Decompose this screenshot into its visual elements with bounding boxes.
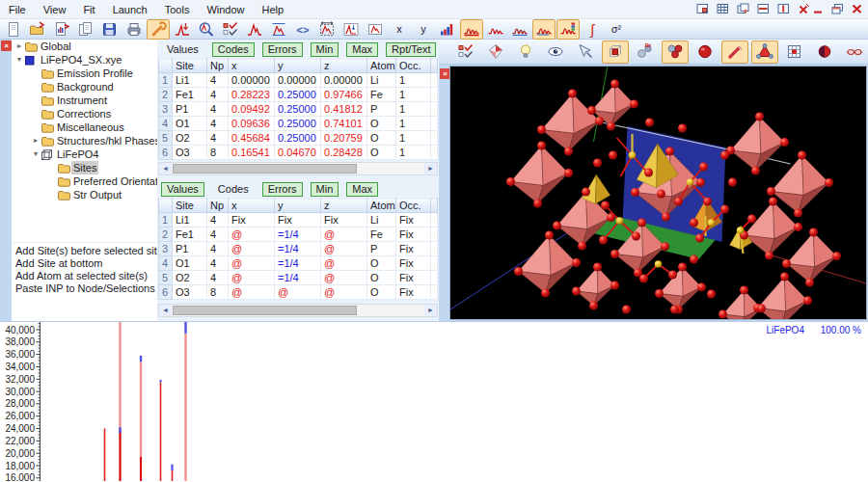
import-data-button[interactable] (50, 19, 73, 40)
cell-np[interactable]: 4 (207, 102, 229, 117)
cell-site[interactable]: O3 (173, 146, 207, 160)
cell-occ[interactable]: 1 (396, 88, 431, 102)
scroll-right-arrow[interactable]: ► (424, 163, 437, 174)
atom-spheres-button[interactable] (662, 40, 689, 64)
x-axis-mode-button[interactable]: x (388, 19, 411, 40)
cell-z[interactable]: @ (321, 285, 367, 300)
menu-window[interactable]: Window (198, 2, 253, 17)
cell-np[interactable]: 8 (207, 285, 229, 300)
cell-site[interactable]: O2 (173, 271, 207, 285)
close-all-windows-button[interactable] (797, 2, 810, 14)
cell-x[interactable]: @ (229, 228, 275, 242)
cell-occ[interactable]: Fix (396, 242, 431, 256)
cell-np[interactable]: 4 (207, 228, 229, 242)
run-fit-button[interactable] (171, 19, 194, 40)
cell-site[interactable]: Li1 (173, 213, 207, 228)
tree-item-background[interactable]: Background (12, 80, 157, 94)
cell-z[interactable]: @ (321, 228, 367, 242)
cell-site[interactable]: O1 (173, 117, 207, 131)
scroll-thumb[interactable] (173, 306, 357, 315)
codes-tab-max[interactable]: Max (346, 182, 378, 197)
sphere-size-button[interactable] (692, 40, 719, 64)
tree-item-lifepo4[interactable]: ▾LiFePO4 (12, 147, 157, 161)
values-tab-codes[interactable]: Codes (212, 42, 255, 57)
cell-occ[interactable]: 1 (396, 73, 431, 88)
cell-y[interactable]: Fix (275, 213, 321, 228)
cell-atom[interactable]: O (367, 271, 396, 285)
values-tab-rpt-text[interactable]: Rpt/Text (386, 42, 436, 57)
tile-window-button[interactable] (695, 2, 709, 14)
action-paste-inp-to-node-selections[interactable]: Paste INP to Node/Selections (12, 282, 157, 295)
values-table-hscrollbar[interactable]: ◄ ► (158, 162, 438, 175)
copy-document-button[interactable] (74, 19, 97, 40)
expander-closed-icon[interactable]: ▸ (31, 134, 41, 147)
zoom-peak-button[interactable] (195, 19, 218, 40)
cell-site[interactable]: O2 (173, 131, 207, 146)
new-document-button[interactable] (2, 19, 25, 40)
annotate-button[interactable] (572, 40, 599, 64)
action-add-site-s-before-selected-site-s[interactable]: Add Site(s) before selected site(s) (12, 245, 157, 257)
cell-x[interactable]: 0.45684 (229, 131, 275, 146)
cell-occ[interactable]: Fix (396, 213, 431, 228)
tree-item-str-output[interactable]: Str Output (12, 188, 157, 201)
menu-tools[interactable]: Tools (156, 2, 199, 17)
cell-occ[interactable]: Fix (396, 271, 431, 285)
cell-y[interactable]: 0.25000 (275, 117, 321, 131)
cell-np[interactable]: 4 (207, 117, 229, 131)
cell-x[interactable]: 0.16541 (229, 146, 275, 160)
cell-np[interactable]: 4 (207, 88, 229, 102)
cell-np[interactable]: 4 (207, 256, 229, 271)
cell-y[interactable]: =1/4 (275, 271, 321, 285)
cell-z[interactable]: @ (321, 256, 367, 271)
display-legend-button[interactable] (556, 19, 580, 40)
structure-3d-canvas[interactable] (449, 66, 867, 320)
cell-site[interactable]: P1 (173, 242, 207, 256)
site-list-button[interactable] (452, 40, 479, 64)
codes-tab-errors[interactable]: Errors (262, 182, 303, 197)
bond-labels-button[interactable]: Br (632, 40, 659, 64)
codes-tab-min[interactable]: Min (311, 182, 339, 197)
cell-z[interactable]: 0.41812 (321, 102, 367, 117)
cell-atom[interactable]: O (367, 146, 396, 160)
values-tab-min[interactable]: Min (311, 42, 339, 57)
code-view-button[interactable]: <> (291, 19, 314, 40)
cell-grid-button[interactable] (781, 40, 808, 64)
peak-shift-button[interactable] (339, 19, 363, 40)
scroll-left-arrow[interactable]: ◄ (159, 163, 172, 174)
lighting-button[interactable] (512, 40, 539, 64)
save-button[interactable] (98, 19, 122, 40)
menu-launch[interactable]: Launch (104, 2, 156, 17)
cell-y[interactable]: 0.00000 (275, 73, 321, 88)
cell-np[interactable]: 4 (207, 271, 229, 285)
cell-site[interactable]: O3 (173, 285, 207, 300)
cell-x[interactable]: @ (229, 256, 275, 271)
integrate-button[interactable]: ∫ (581, 19, 604, 40)
cell-z[interactable]: Fix (321, 213, 367, 228)
y-axis-mode-button[interactable]: y (412, 19, 435, 40)
cell-y[interactable]: 0.25000 (275, 131, 321, 146)
cascade-windows-button[interactable] (736, 2, 749, 14)
scroll-track[interactable] (172, 163, 424, 174)
cell-site[interactable]: Li1 (173, 73, 207, 88)
cell-y[interactable]: =1/4 (275, 256, 321, 271)
cell-np[interactable]: 4 (207, 131, 229, 146)
diffraction-chart[interactable]: 16,00018,00020,00022,00024,00026,00028,0… (0, 321, 868, 482)
cell-z[interactable]: @ (321, 271, 367, 285)
values-tab-values[interactable]: Values (161, 42, 204, 57)
cumulative-chart-button[interactable] (436, 19, 459, 40)
draw-bonds-button[interactable] (721, 40, 748, 64)
cell-atom[interactable]: Fe (367, 228, 396, 242)
menu-help[interactable]: Help (254, 2, 293, 17)
cell-z[interactable]: 0.74101 (321, 117, 367, 131)
polyhedra-style-button[interactable] (482, 40, 509, 64)
tree-item-structures-hkl-phases[interactable]: ▸Structures/hkl Phases (12, 134, 157, 147)
cell-y[interactable]: 0.25000 (275, 102, 321, 117)
cell-x[interactable]: 0.09492 (229, 102, 275, 117)
cell-x[interactable]: @ (229, 242, 275, 256)
cell-np[interactable]: 4 (207, 213, 229, 228)
cell-site[interactable]: P1 (173, 102, 207, 117)
cell-site[interactable]: Fe1 (173, 88, 207, 102)
cell-occ[interactable]: Fix (396, 285, 431, 300)
action-add-atom-at-selected-site-s[interactable]: Add Atom at selected site(s) (12, 270, 157, 282)
cell-np[interactable]: 4 (207, 242, 229, 256)
